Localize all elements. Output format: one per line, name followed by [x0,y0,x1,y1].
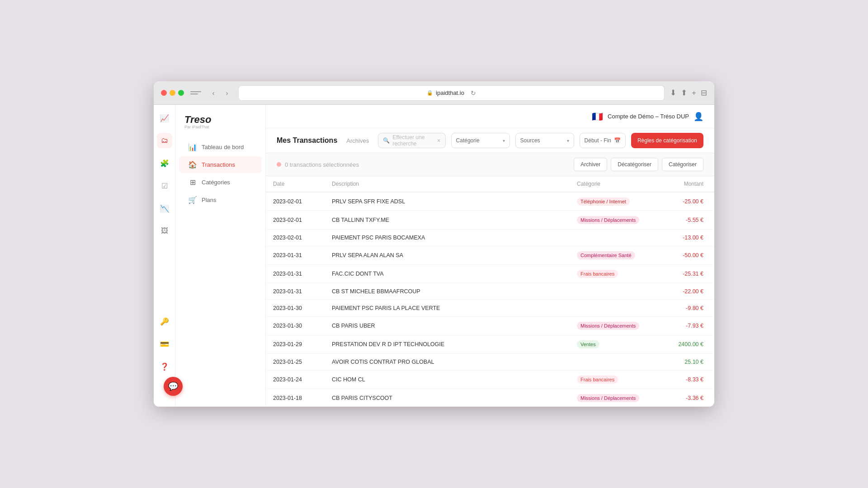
table-row[interactable]: 2023-01-29PRESTATION DEV R D IPT TECHNOL… [266,335,714,354]
cell-categorie: Ventes [570,335,669,354]
selection-count: 0 transactions sélectionnées [285,161,359,168]
back-button[interactable]: ‹ [208,87,219,99]
reload-icon[interactable]: ↻ [471,89,476,97]
sidebar-label-categories: Catégories [202,179,230,186]
col-montant: Montant [669,176,714,192]
cell-date: 2023-01-30 [266,317,325,335]
cell-description: PAIEMENT PSC PARIS LA PLACE VERTE [325,300,570,317]
minimize-button[interactable] [170,90,175,96]
sidebar-item-plans[interactable]: 🛒 Plans [179,192,262,208]
cell-date: 2023-01-24 [266,371,325,389]
flag-icon: 🇫🇷 [592,111,603,122]
tableau-icon: 📊 [188,143,197,151]
table-row[interactable]: 2023-02-01PAIEMENT PSC PARIS BOCAMEXA-13… [266,230,714,246]
tab-archives[interactable]: Archives [343,136,373,146]
category-badge[interactable]: Ventes [577,340,599,348]
categorie-filter[interactable]: Catégorie ▾ [451,133,510,148]
table-row[interactable]: 2023-02-01PRLV SEPA SFR FIXE ADSLTélépho… [266,192,714,211]
icon-bar-analytics[interactable]: 📈 [157,110,172,126]
category-badge[interactable]: Missions / Déplacements [577,394,639,402]
cell-categorie: Complémentaire Santé [570,246,669,265]
calendar-icon: 📅 [614,137,621,144]
icon-bar-puzzle[interactable]: 🧩 [157,155,172,171]
icon-bar-help[interactable]: ❓ [157,359,172,374]
table-row[interactable]: 2023-01-31FAC.CIC DONT TVAFrais bancaire… [266,265,714,283]
table-container: 0 transactions sélectionnées Archiver Dé… [266,153,714,407]
sidebar-item-categories[interactable]: ⊞ Catégories [179,174,262,191]
cell-date: 2023-02-01 [266,230,325,246]
table-row[interactable]: 2023-02-01CB TALLINN TXFY.MEMissions / D… [266,211,714,230]
cell-categorie: Frais bancaires [570,265,669,283]
cell-description: PAIEMENT PSC PARIS BOCAMEXA [325,230,570,246]
cell-categorie [570,300,669,317]
archiver-button[interactable]: Archiver [574,158,607,171]
search-icon: 🔍 [383,137,390,144]
categories-icon: ⊞ [188,178,197,187]
table-row[interactable]: 2023-01-25AVOIR COTIS CONTRAT PRO GLOBAL… [266,354,714,371]
cell-montant: -25.31 € [669,265,714,283]
tabs-icon[interactable]: ⊟ [701,88,707,98]
transactions-icon: 🏠 [188,160,197,169]
categoriser-button[interactable]: Catégoriser [662,158,703,171]
sidebar-item-tableau-de-bord[interactable]: 📊 Tableau de bord [179,139,262,155]
icon-bar-chart[interactable]: 📉 [157,201,172,216]
selection-actions: Archiver Décatégoriser Catégoriser [574,158,703,171]
new-tab-icon[interactable]: + [692,89,696,98]
icon-bar-checkbox[interactable]: ☑ [157,178,172,193]
sources-filter[interactable]: Sources ▾ [515,133,574,148]
selection-bar: 0 transactions sélectionnées Archiver Dé… [266,153,714,176]
cell-description: PRESTATION DEV R D IPT TECHNOLOGIE [325,335,570,354]
decategoriser-button[interactable]: Décatégoriser [611,158,658,171]
cell-montant: 2400.00 € [669,335,714,354]
chat-button[interactable]: 💬 [164,377,183,396]
cell-description: CB ST MICHELE BBMAAFRCOUP [325,283,570,300]
icon-bar-card[interactable]: 💳 [157,336,172,352]
cell-date: 2023-01-25 [266,354,325,371]
close-button[interactable] [161,90,167,96]
table-row[interactable]: 2023-01-31CB ST MICHELE BBMAAFRCOUP-22.0… [266,283,714,300]
lock-icon: 🔒 [427,90,433,96]
cell-description: FAC.CIC DONT TVA [325,265,570,283]
download-icon[interactable]: ⬇ [670,88,676,98]
cell-date: 2023-01-31 [266,265,325,283]
table-row[interactable]: 2023-01-30PAIEMENT PSC PARIS LA PLACE VE… [266,300,714,317]
maximize-button[interactable] [178,90,184,96]
cell-description: CB PARIS UBER [325,317,570,335]
category-badge[interactable]: Frais bancaires [577,375,618,384]
date-filter[interactable]: Début - Fin 📅 [580,133,626,148]
nav-arrows: ‹ › [208,87,233,99]
share-icon[interactable]: ⬆ [681,88,687,98]
category-badge[interactable]: Complémentaire Santé [577,251,635,259]
sidebar-item-transactions[interactable]: 🏠 Transactions [179,156,262,173]
address-bar[interactable]: 🔒 ipaidthat.io ↻ [238,85,665,101]
category-badge[interactable]: Missions / Déplacements [577,322,639,330]
rules-button[interactable]: Règles de catégorisation [631,133,703,148]
category-badge[interactable]: Missions / Déplacements [577,216,639,224]
table-row[interactable]: 2023-01-24CIC HOM CLFrais bancaires-8.33… [266,371,714,389]
cell-categorie: Frais bancaires [570,371,669,389]
category-badge[interactable]: Téléphonie / Internet [577,197,630,206]
search-box[interactable]: 🔍 Effectuer une recherche ✕ [378,133,445,148]
cell-date: 2023-02-01 [266,211,325,230]
category-badge[interactable]: Frais bancaires [577,270,618,278]
icon-bar-key[interactable]: 🔑 [157,314,172,329]
logo-text: Treso [184,114,256,126]
app-body: 📈 🗂 🧩 ☑ 📉 🖼 🔑 💳 ❓ 💬 Treso Par iPaidThat … [154,105,714,407]
cell-date: 2023-01-18 [266,389,325,407]
cell-description: AVOIR COTIS CONTRAT PRO GLOBAL [325,354,570,371]
search-clear-icon[interactable]: ✕ [437,138,441,144]
table-row[interactable]: 2023-01-18CB PARIS CITYSCOOTMissions / D… [266,389,714,407]
table-row[interactable]: 2023-01-31PRLV SEPA ALAN ALAN SACompléme… [266,246,714,265]
categorie-label: Catégorie [456,137,480,144]
table-row[interactable]: 2023-01-30CB PARIS UBERMissions / Déplac… [266,317,714,335]
sidebar-toggle-button[interactable] [189,89,202,98]
logo: Treso Par iPaidThat [175,112,265,138]
date-label: Début - Fin [585,137,611,144]
cell-montant: -9.80 € [669,300,714,317]
icon-bar-folder[interactable]: 🗂 [157,133,172,148]
forward-button[interactable]: › [221,87,233,99]
cell-categorie: Téléphonie / Internet [570,192,669,211]
cell-montant: -25.00 € [669,192,714,211]
cell-montant: -13.00 € [669,230,714,246]
icon-bar-image[interactable]: 🖼 [157,223,172,239]
